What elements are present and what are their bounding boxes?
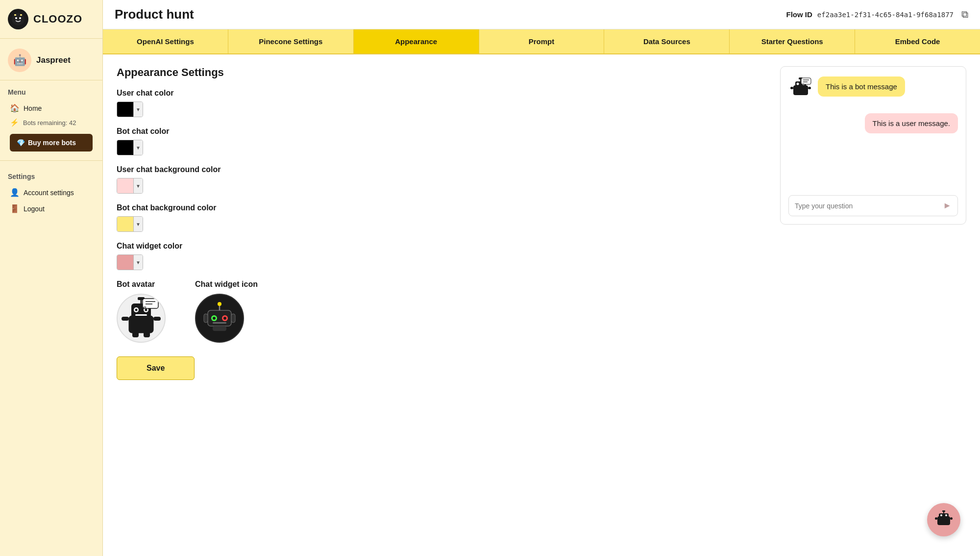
chat-widget-color-picker[interactable]: ▼ xyxy=(117,254,143,270)
chat-preview: This is a bot message This is a user mes… xyxy=(780,66,966,225)
avatar-section: Bot avatar xyxy=(117,280,760,343)
save-button[interactable]: Save xyxy=(117,356,195,380)
svg-point-10 xyxy=(145,309,147,311)
svg-point-48 xyxy=(940,514,942,516)
svg-rect-3 xyxy=(14,14,16,16)
tab-prompt[interactable]: Prompt xyxy=(479,29,605,53)
user-chat-color-arrow: ▼ xyxy=(133,102,143,117)
bot-avatar-title: Bot avatar xyxy=(117,280,166,289)
tab-embed-code[interactable]: Embed Code xyxy=(855,29,980,53)
sidebar-item-account-settings[interactable]: 👤 Account settings xyxy=(8,184,95,201)
sidebar-item-home-label: Home xyxy=(24,104,42,112)
chat-widget-icon-group: Chat widget icon xyxy=(195,280,258,343)
chat-widget-icon-image[interactable] xyxy=(195,294,244,343)
svg-rect-51 xyxy=(942,510,945,512)
chat-widget-button[interactable] xyxy=(927,503,960,536)
flow-id-area: Flow ID ef2aa3e1-2f31-4c65-84a1-9f68a187… xyxy=(786,9,968,20)
svg-point-36 xyxy=(797,83,799,85)
svg-rect-13 xyxy=(135,314,147,316)
bot-chat-bg-color-picker[interactable]: ▼ xyxy=(117,216,143,232)
logo-icon xyxy=(8,9,28,29)
svg-point-49 xyxy=(945,514,947,516)
bots-remaining: ⚡ Bots remaining: 42 xyxy=(8,116,95,132)
lightning-icon: ⚡ xyxy=(10,118,19,127)
svg-rect-32 xyxy=(231,314,235,323)
user-chat-color-group: User chat color ▼ xyxy=(117,89,760,117)
bot-chat-color-picker[interactable]: ▼ xyxy=(117,140,143,155)
svg-rect-41 xyxy=(808,87,811,89)
user-chat-bg-color-group: User chat background color ▼ xyxy=(117,165,760,194)
svg-point-30 xyxy=(218,302,221,306)
sidebar-item-home[interactable]: 🏠 Home xyxy=(8,100,95,116)
logout-icon: 🚪 xyxy=(10,204,20,213)
svg-rect-17 xyxy=(144,331,150,337)
chat-bot-avatar-icon xyxy=(788,76,813,105)
bot-chat-bg-color-label: Bot chat background color xyxy=(117,203,760,212)
svg-rect-53 xyxy=(950,517,953,520)
bot-message-row: This is a bot message xyxy=(788,76,958,105)
tab-starter-questions[interactable]: Starter Questions xyxy=(730,29,855,53)
user-chat-bg-color-swatch xyxy=(117,178,133,193)
tabs-bar: OpenAI Settings Pinecone Settings Appear… xyxy=(103,29,980,54)
appearance-settings-title: Appearance Settings xyxy=(117,66,760,79)
buy-more-label: Buy more bots xyxy=(28,139,76,147)
svg-rect-33 xyxy=(213,326,226,331)
chat-input[interactable] xyxy=(795,202,939,210)
chat-input-row: ► xyxy=(788,195,958,216)
svg-point-9 xyxy=(135,309,138,311)
copy-icon[interactable]: ⧉ xyxy=(961,9,968,20)
chat-widget-color-swatch xyxy=(117,255,133,270)
svg-rect-40 xyxy=(790,87,793,89)
svg-rect-4 xyxy=(20,14,22,16)
menu-section: Menu 🏠 Home ⚡ Bots remaining: 42 💎 Buy m… xyxy=(0,80,102,160)
settings-panel: Appearance Settings User chat color ▼ Bo… xyxy=(117,66,760,544)
svg-rect-47 xyxy=(939,513,949,518)
tab-appearance[interactable]: Appearance xyxy=(354,29,479,53)
user-message-bubble: This is a user message. xyxy=(865,113,958,133)
main-content: Product hunt Flow ID ef2aa3e1-2f31-4c65-… xyxy=(103,0,980,556)
svg-rect-52 xyxy=(935,517,937,520)
bot-chat-color-group: Bot chat color ▼ xyxy=(117,127,760,155)
user-name: Jaspreet xyxy=(36,55,71,65)
bot-chat-bg-color-arrow: ▼ xyxy=(133,217,143,231)
svg-point-25 xyxy=(213,317,216,320)
svg-point-2 xyxy=(19,17,21,19)
chat-widget-color-arrow: ▼ xyxy=(133,255,143,270)
chat-widget-icon-title: Chat widget icon xyxy=(195,280,258,289)
svg-rect-15 xyxy=(153,317,161,321)
buy-more-bots-button[interactable]: 💎 Buy more bots xyxy=(10,134,93,152)
chat-send-button[interactable]: ► xyxy=(943,201,952,211)
content-area: Appearance Settings User chat color ▼ Bo… xyxy=(103,54,980,556)
svg-rect-28 xyxy=(213,322,226,324)
logout-label: Logout xyxy=(24,205,45,213)
bot-avatar-group: Bot avatar xyxy=(117,280,166,343)
tab-pinecone-settings[interactable]: Pinecone Settings xyxy=(228,29,354,53)
svg-rect-31 xyxy=(204,314,208,323)
settings-title: Settings xyxy=(8,173,95,180)
svg-rect-5 xyxy=(129,316,153,333)
diamond-icon: 💎 xyxy=(17,139,25,147)
account-settings-label: Account settings xyxy=(24,189,74,197)
svg-point-27 xyxy=(223,317,226,320)
tab-openai-settings[interactable]: OpenAI Settings xyxy=(103,29,228,53)
sidebar: CLOOZO 🤖 Jaspreet Menu 🏠 Home ⚡ Bots rem… xyxy=(0,0,103,556)
page-title: Product hunt xyxy=(115,7,194,22)
sidebar-logo: CLOOZO xyxy=(0,0,102,39)
bot-message-bubble: This is a bot message xyxy=(818,76,905,97)
bot-chat-bg-color-group: Bot chat background color ▼ xyxy=(117,203,760,232)
menu-title: Menu xyxy=(8,88,95,96)
logo-text: CLOOZO xyxy=(33,13,82,25)
avatar: 🤖 xyxy=(8,49,31,72)
user-chat-bg-color-arrow: ▼ xyxy=(133,178,143,193)
user-chat-color-picker[interactable]: ▼ xyxy=(117,101,143,117)
user-icon: 👤 xyxy=(10,188,20,197)
flow-id-value: ef2aa3e1-2f31-4c65-84a1-9f68a1877 xyxy=(817,11,954,19)
bot-chat-color-arrow: ▼ xyxy=(133,140,143,155)
chat-widget-color-label: Chat widget color xyxy=(117,242,760,251)
tab-data-sources[interactable]: Data Sources xyxy=(604,29,730,53)
bot-avatar-image[interactable] xyxy=(117,294,166,343)
sidebar-item-logout[interactable]: 🚪 Logout xyxy=(8,201,95,217)
chat-widget-color-group: Chat widget color ▼ xyxy=(117,242,760,270)
sidebar-user: 🤖 Jaspreet xyxy=(0,39,102,80)
user-chat-bg-color-picker[interactable]: ▼ xyxy=(117,178,143,194)
